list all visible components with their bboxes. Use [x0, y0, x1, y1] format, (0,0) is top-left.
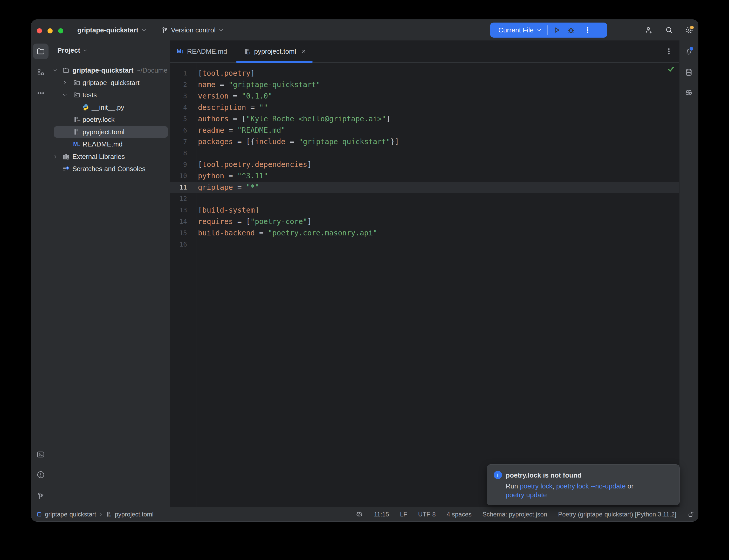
close-tab-icon[interactable] — [301, 48, 307, 54]
code-line-7[interactable]: 7packages = [{include = "griptape_quicks… — [170, 136, 679, 148]
chevron-down-icon[interactable] — [52, 67, 58, 73]
line-number: 12 — [170, 193, 187, 205]
code-token: ] — [250, 69, 255, 78]
status-item[interactable]: 11:15 — [374, 511, 389, 518]
tree-item-label: README.md — [82, 138, 123, 150]
chevron-down-icon — [536, 27, 542, 33]
code-line-12[interactable]: 12 — [170, 193, 679, 205]
zoom-window-button[interactable] — [58, 28, 63, 33]
tab-readme.md[interactable]: M↓README.md — [170, 40, 236, 62]
run-config-selector[interactable]: Current File — [498, 26, 534, 34]
status-widgets: 11:15LFUTF-84 spacesSchema: pyproject.js… — [356, 507, 695, 521]
close-window-button[interactable] — [37, 28, 42, 33]
code-token: tool.poetry.dependencies — [202, 160, 307, 169]
tree-item-readme-md[interactable]: M↓README.md — [50, 138, 170, 150]
vcs-branch-icon[interactable] — [37, 492, 45, 500]
add-user-icon[interactable] — [645, 26, 653, 34]
svg-text:[T]: [T] — [76, 132, 80, 136]
code-line-4[interactable]: 4description = "" — [170, 102, 679, 113]
code-token: "poetry-core" — [250, 217, 307, 226]
right-tool-strip — [679, 40, 698, 507]
code-line-3[interactable]: 3version = "0.1.0" — [170, 90, 679, 102]
terminal-icon[interactable] — [37, 450, 45, 459]
code-line-9[interactable]: 9[tool.poetry.dependencies] — [170, 159, 679, 170]
tree-item-griptape-quickstart[interactable]: griptape_quickstart — [50, 77, 170, 88]
notification-link[interactable]: poetry lock — [520, 482, 553, 490]
code-text: griptape = "*" — [198, 182, 259, 193]
code-token: ] — [307, 160, 311, 169]
problems-icon[interactable] — [37, 471, 45, 479]
structure-icon[interactable] — [37, 68, 45, 76]
chevron-right-icon[interactable] — [62, 80, 68, 86]
code-line-16[interactable]: 16 — [170, 239, 679, 250]
inspections-ok-check-icon[interactable] — [667, 65, 675, 73]
tree-item-poetry-lock[interactable]: [T]poetry.lock — [50, 114, 170, 125]
database-icon[interactable] — [685, 68, 693, 76]
status-item[interactable]: Poetry (griptape-quickstart) [Python 3.1… — [558, 511, 676, 518]
tree-item-pyproject-toml[interactable]: [T]pyproject.toml — [50, 126, 170, 138]
code-line-11[interactable]: 11griptape = "*" — [170, 182, 679, 193]
debug-button[interactable] — [567, 26, 575, 34]
breadcrumb-item[interactable]: griptape-quickstart — [36, 511, 96, 518]
breadcrumb-item[interactable]: [T]pyproject.toml — [106, 511, 153, 518]
chevron-down-icon — [141, 27, 147, 33]
tree-item-griptape-quickstart[interactable]: griptape-quickstart~/Docume — [50, 65, 170, 76]
line-number: 7 — [170, 136, 187, 148]
notification-link[interactable]: poetry update — [506, 491, 547, 499]
tree-item--init-py[interactable]: __init__.py — [50, 102, 170, 113]
notification-body: Run poetry lock, poetry lock --no-update… — [506, 482, 634, 499]
code-line-15[interactable]: 15build-backend = "poetry.core.masonry.a… — [170, 227, 679, 239]
tab-options-kebab-icon[interactable] — [665, 47, 673, 55]
vcs-label: Version control — [171, 26, 215, 34]
project-folder-tool-button[interactable] — [33, 44, 48, 59]
chevron-down-icon[interactable] — [62, 92, 68, 98]
more-icon[interactable] — [37, 89, 45, 97]
status-item[interactable]: UTF-8 — [418, 511, 436, 518]
info-icon: i — [494, 471, 502, 479]
code-line-13[interactable]: 13[build-system] — [170, 205, 679, 216]
settings-gear-icon[interactable] — [685, 26, 693, 34]
tree-item-tests[interactable]: tests — [50, 89, 170, 101]
status-item[interactable]: LF — [400, 511, 407, 518]
minimize-window-button[interactable] — [47, 28, 53, 33]
code-editor[interactable]: 1[tool.poetry]2name = "griptape-quicksta… — [170, 63, 679, 507]
code-token: "^3.11" — [237, 172, 268, 180]
line-number: 14 — [170, 216, 187, 227]
code-line-1[interactable]: 1[tool.poetry] — [170, 68, 679, 79]
code-line-2[interactable]: 2name = "griptape-quickstart" — [170, 79, 679, 90]
package-folder-icon — [73, 79, 80, 86]
code-line-14[interactable]: 14requires = ["poetry-core"] — [170, 216, 679, 227]
notifications-icon[interactable] — [685, 47, 693, 55]
notification-link[interactable]: poetry lock --no-update — [556, 482, 626, 490]
code-token: [ — [198, 69, 202, 78]
ai-assistant-icon[interactable] — [685, 89, 693, 97]
ide-window: griptape-quickstart Version control Curr… — [31, 19, 698, 522]
status-item[interactable]: 4 spaces — [447, 511, 472, 518]
ai-assistant-icon[interactable] — [356, 511, 363, 518]
code-text: description = "" — [198, 102, 268, 113]
run-button[interactable] — [552, 26, 561, 34]
code-text: python = "^3.11" — [198, 170, 268, 182]
status-item[interactable]: Schema: pyproject.json — [483, 511, 547, 518]
search-icon[interactable] — [665, 26, 673, 34]
title-bar-icons — [645, 20, 693, 40]
code-token: include — [255, 137, 285, 146]
code-line-10[interactable]: 10python = "^3.11" — [170, 170, 679, 182]
project-switcher[interactable]: griptape-quickstart — [77, 20, 147, 40]
tree-item-external-libraries[interactable]: External Libraries — [50, 151, 170, 162]
tree-item-scratches-and-consoles[interactable]: Scratches and Consoles — [50, 163, 170, 174]
code-line-6[interactable]: 6readme = "README.md" — [170, 125, 679, 136]
code-token: [ — [198, 206, 202, 214]
code-line-8[interactable]: 8 — [170, 148, 679, 159]
notification-badge — [689, 46, 694, 51]
lock-open-icon[interactable] — [687, 511, 695, 518]
vcs-widget[interactable]: Version control — [161, 20, 224, 40]
code-token: description — [198, 103, 246, 112]
tree-item-label: External Libraries — [72, 151, 125, 162]
code-line-5[interactable]: 5authors = ["Kyle Roche <hello@griptape.… — [170, 113, 679, 125]
tab-pyproject.toml[interactable]: [T]pyproject.toml — [236, 40, 313, 62]
project-panel-header[interactable]: Project — [57, 46, 88, 54]
chevron-right-icon[interactable] — [52, 154, 58, 159]
more-run-options-button[interactable] — [584, 26, 592, 34]
code-token: = — [215, 80, 228, 89]
